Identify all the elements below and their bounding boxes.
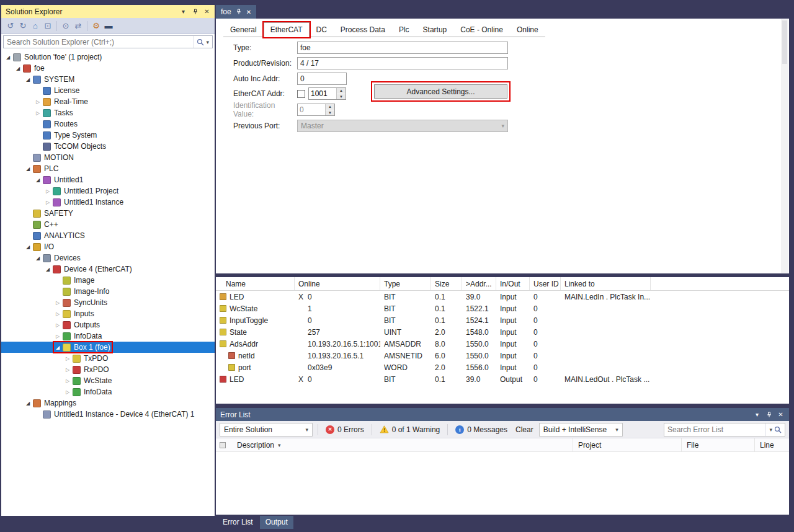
- tree-item-infodata[interactable]: ▷InfoData: [1, 386, 215, 397]
- tree-item-txpdo[interactable]: ▷TxPDO: [1, 353, 215, 364]
- advanced-settings-button[interactable]: Advanced Settings...: [374, 84, 507, 99]
- tab-output[interactable]: Output: [260, 516, 293, 529]
- search-icon[interactable]: [774, 426, 782, 433]
- expand-arrow-icon[interactable]: ▷: [33, 99, 42, 105]
- clear-button[interactable]: Clear: [513, 423, 536, 437]
- expand-arrow-icon[interactable]: ▷: [53, 311, 62, 317]
- tree-item-mappings[interactable]: ◢Mappings: [1, 397, 215, 409]
- tree-item-untitled1-instance[interactable]: ▷Untitled1 Instance: [1, 197, 215, 208]
- pin-icon[interactable]: [764, 410, 774, 419]
- tab-online[interactable]: Online: [510, 22, 545, 37]
- ethercat-addr-input[interactable]: [309, 88, 336, 99]
- product-revision-input[interactable]: [297, 57, 508, 69]
- variable-row-led[interactable]: LEDX0BIT0.139.0Input0MAIN.LedIn . PlcTas…: [216, 291, 789, 303]
- tree-item-real-time[interactable]: ▷Real-Time: [1, 96, 215, 107]
- tree-item-motion[interactable]: MOTION: [1, 152, 215, 163]
- expand-arrow-icon[interactable]: ▷: [33, 110, 42, 116]
- tab-general[interactable]: General: [223, 22, 264, 37]
- expand-arrow-icon[interactable]: ▷: [53, 300, 62, 306]
- errors-filter-button[interactable]: ✕ 0 Errors: [323, 423, 367, 437]
- variable-row-inputtoggle[interactable]: InputToggle0BIT0.11524.1Input0: [216, 314, 789, 326]
- sync-with-active-document-icon[interactable]: ⇄: [72, 20, 84, 32]
- tree-item-type-system[interactable]: Type System: [1, 130, 215, 141]
- spin-up-button[interactable]: ▲: [337, 88, 346, 94]
- tree-item-image[interactable]: Image: [1, 275, 215, 286]
- tree-item-system[interactable]: ◢SYSTEM: [1, 74, 215, 85]
- tree-item-safety[interactable]: SAFETY: [1, 208, 215, 219]
- variable-row-netid[interactable]: netId10.193.20.16.5.1AMSNETID6.01550.0In…: [216, 350, 789, 361]
- tree-item-solution-foe-1-project[interactable]: ◢Solution 'foe' (1 project): [1, 51, 215, 63]
- tab-coe-online[interactable]: CoE - Online: [453, 22, 510, 37]
- window-position-menu-icon[interactable]: ▾: [178, 7, 189, 16]
- tab-ethercat[interactable]: EtherCAT: [264, 22, 310, 37]
- collapse-arrow-icon[interactable]: ◢: [33, 177, 42, 183]
- pin-icon[interactable]: [236, 9, 242, 15]
- column-header-online[interactable]: Online: [295, 277, 380, 290]
- tab-error-list[interactable]: Error List: [217, 516, 259, 529]
- tree-item-outputs[interactable]: ▷Outputs: [1, 319, 215, 330]
- column-header-type[interactable]: Type: [380, 277, 431, 290]
- line-column-header[interactable]: Line: [754, 438, 789, 451]
- search-icon[interactable]: [197, 38, 204, 46]
- tree-item-syncunits[interactable]: ▷SyncUnits: [1, 297, 215, 308]
- error-search-input[interactable]: [664, 425, 765, 434]
- column-header-user-id[interactable]: User ID: [530, 277, 561, 290]
- project-column-header[interactable]: Project: [573, 438, 681, 451]
- column-header-in-out[interactable]: In/Out: [496, 277, 530, 290]
- error-search-box[interactable]: ▾: [664, 423, 785, 437]
- solution-explorer-titlebar[interactable]: Solution Explorer ▾ ✕: [1, 5, 215, 18]
- build-intellisense-select[interactable]: Build + IntelliSense ▾: [539, 423, 623, 437]
- tree-item-c[interactable]: C++: [1, 219, 215, 230]
- tree-item-tccom-objects[interactable]: TcCOM Objects: [1, 141, 215, 152]
- tree-item-tasks[interactable]: ▷Tasks: [1, 107, 215, 118]
- tree-item-device-4-ethercat[interactable]: ◢Device 4 (EtherCAT): [1, 264, 215, 275]
- tree-item-analytics[interactable]: ANALYTICS: [1, 230, 215, 241]
- tree-item-devices[interactable]: ◢Devices: [1, 252, 215, 264]
- tree-item-routes[interactable]: Routes: [1, 118, 215, 130]
- file-column-header[interactable]: File: [681, 438, 754, 451]
- properties-wrench-icon[interactable]: ⚙: [90, 20, 102, 32]
- collapse-arrow-icon[interactable]: ◢: [53, 345, 62, 350]
- warnings-filter-button[interactable]: 0 of 1 Warning: [377, 423, 443, 437]
- tree-item-untitled1-project[interactable]: ▷Untitled1 Project: [1, 185, 215, 197]
- collapse-arrow-icon[interactable]: ◢: [24, 244, 32, 250]
- tree-item-wcstate[interactable]: ▷WcState: [1, 375, 215, 386]
- collapse-arrow-icon[interactable]: ◢: [14, 66, 22, 71]
- collapse-arrow-icon[interactable]: ◢: [4, 55, 12, 60]
- expand-arrow-icon[interactable]: ▷: [63, 389, 72, 395]
- tab-plc[interactable]: Plc: [392, 22, 416, 37]
- tree-item-inputs[interactable]: ▷Inputs: [1, 308, 215, 319]
- column-header-linked-to[interactable]: Linked to: [561, 277, 651, 290]
- preview-selected-items-icon[interactable]: ▬: [102, 20, 115, 32]
- close-icon[interactable]: ✕: [246, 9, 251, 16]
- expand-arrow-icon[interactable]: ▷: [43, 200, 52, 205]
- forward-icon[interactable]: ↻: [17, 20, 29, 32]
- variable-row-state[interactable]: State257UINT2.01548.0Input0: [216, 326, 789, 338]
- tree-item-i-o[interactable]: ◢I/O: [1, 241, 215, 252]
- spin-down-button[interactable]: ▼: [326, 110, 334, 116]
- tree-item-plc[interactable]: ◢PLC: [1, 163, 215, 174]
- tree-item-box-1-foe[interactable]: ◢Box 1 (foe): [1, 342, 215, 353]
- search-box[interactable]: ▾: [3, 35, 213, 48]
- ethercat-addr-checkbox[interactable]: [297, 90, 305, 98]
- window-position-menu-icon[interactable]: ▾: [752, 410, 762, 419]
- expand-arrow-icon[interactable]: ▷: [63, 367, 72, 373]
- scope-select[interactable]: Entire Solution ▾: [220, 423, 313, 437]
- collapse-arrow-icon[interactable]: ◢: [33, 255, 42, 261]
- variable-row-led[interactable]: LEDX0BIT0.139.0Output0MAIN.LedOut . PlcT…: [216, 373, 789, 385]
- tree-item-untitled1[interactable]: ◢Untitled1: [1, 174, 215, 185]
- tree-item-license[interactable]: License: [1, 85, 215, 96]
- auto-inc-addr-input[interactable]: [297, 73, 347, 85]
- chevron-down-icon[interactable]: ▾: [769, 427, 772, 433]
- filter-chevron-icon[interactable]: ▾: [278, 442, 281, 448]
- collapse-arrow-icon[interactable]: ◢: [24, 401, 32, 406]
- document-tab-foe[interactable]: foe ✕: [216, 5, 256, 19]
- collapse-arrow-icon[interactable]: ◢: [24, 77, 32, 82]
- messages-filter-button[interactable]: i 0 Messages: [453, 423, 510, 437]
- spin-up-button[interactable]: ▲: [326, 104, 334, 110]
- switch-views-icon[interactable]: ⊡: [42, 20, 54, 32]
- severity-column-header[interactable]: [216, 438, 232, 451]
- collapse-arrow-icon[interactable]: ◢: [43, 267, 52, 272]
- back-icon[interactable]: ↺: [4, 20, 17, 32]
- search-input[interactable]: [4, 38, 193, 47]
